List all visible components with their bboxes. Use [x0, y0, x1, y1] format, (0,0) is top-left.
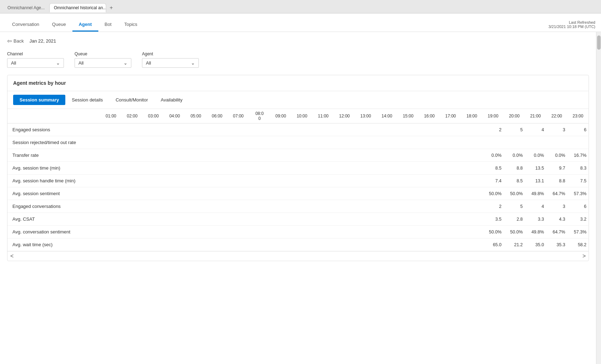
sub-tab-availability[interactable]: Availability — [154, 95, 189, 105]
value-cell-5-14 — [398, 187, 419, 200]
value-cell-7-12 — [355, 213, 376, 226]
value-cell-2-13 — [376, 149, 398, 162]
value-cell-1-5 — [207, 136, 228, 149]
value-cell-0-0 — [100, 123, 122, 136]
value-cell-9-8 — [270, 238, 291, 251]
right-scrollbar[interactable] — [596, 32, 601, 364]
value-cell-9-15 — [419, 238, 440, 251]
tab-active[interactable]: Omnichannel historical an... ✕ — [49, 3, 106, 12]
value-cell-5-21: 64.7% — [546, 187, 567, 200]
value-cell-2-4 — [185, 149, 207, 162]
table-row: Avg. session handle time (min)7.48.513.1… — [7, 175, 589, 187]
metric-name-4: Avg. session handle time (min) — [7, 175, 100, 187]
value-cell-2-17 — [461, 149, 482, 162]
channel-filter: Channel All ⌄ — [7, 51, 64, 68]
value-cell-2-7 — [249, 149, 270, 162]
value-cell-3-22: 8.3 — [567, 162, 589, 175]
table-row: Avg. CSAT3.52.83.34.33.2 — [7, 213, 589, 226]
value-cell-2-3 — [164, 149, 185, 162]
value-cell-7-19: 2.8 — [504, 213, 525, 226]
tab-inactive[interactable]: Omnichannel Age... — [3, 3, 49, 12]
scrollbar-thumb[interactable] — [597, 35, 601, 50]
value-cell-2-1 — [121, 149, 143, 162]
new-tab-button[interactable]: + — [108, 4, 115, 12]
value-cell-4-11 — [334, 175, 355, 187]
value-cell-2-5 — [207, 149, 228, 162]
value-cell-6-7 — [249, 200, 270, 213]
channel-select[interactable]: All ⌄ — [7, 58, 64, 68]
value-cell-3-13 — [376, 162, 398, 175]
value-cell-7-20: 3.3 — [525, 213, 546, 226]
value-cell-7-7 — [249, 213, 270, 226]
agent-select[interactable]: All ⌄ — [142, 58, 199, 68]
value-cell-1-20 — [525, 136, 546, 149]
value-cell-8-9 — [291, 226, 313, 238]
back-button[interactable]: ⇦ Back — [7, 38, 24, 44]
value-cell-1-14 — [398, 136, 419, 149]
value-cell-4-7 — [249, 175, 270, 187]
selected-date: Jan 22, 2021 — [29, 38, 56, 44]
nav-tab-conversation[interactable]: Conversation — [6, 17, 46, 32]
agent-value: All — [146, 60, 151, 66]
value-cell-7-14 — [398, 213, 419, 226]
nav-tab-bot[interactable]: Bot — [98, 17, 118, 32]
scroll-left-button[interactable]: < — [10, 253, 13, 259]
value-cell-1-8 — [270, 136, 291, 149]
value-cell-5-17 — [461, 187, 482, 200]
hour-col-07:00: 07:00 — [228, 109, 249, 123]
value-cell-6-20: 4 — [525, 200, 546, 213]
value-cell-3-15 — [419, 162, 440, 175]
value-cell-8-7 — [249, 226, 270, 238]
metric-name-8: Avg. conversation sentiment — [7, 226, 100, 238]
value-cell-2-2 — [143, 149, 164, 162]
value-cell-0-12 — [355, 123, 376, 136]
agent-dropdown-icon: ⌄ — [191, 60, 195, 66]
value-cell-8-13 — [376, 226, 398, 238]
value-cell-2-11 — [334, 149, 355, 162]
hour-col-03:00: 03:00 — [143, 109, 164, 123]
value-cell-5-9 — [291, 187, 313, 200]
table-row: Engaged sessions25436 — [7, 123, 589, 136]
value-cell-0-18: 2 — [482, 123, 504, 136]
nav-tab-topics[interactable]: Topics — [118, 17, 144, 32]
nav-tab-agent[interactable]: Agent — [72, 17, 98, 32]
value-cell-1-21 — [546, 136, 567, 149]
table-row: Transfer rate0.0%0.0%0.0%0.0%16.7% — [7, 149, 589, 162]
sub-tab-session-details[interactable]: Session details — [65, 95, 109, 105]
value-cell-0-8 — [270, 123, 291, 136]
queue-select[interactable]: All ⌄ — [75, 58, 131, 68]
value-cell-6-3 — [164, 200, 185, 213]
value-cell-9-17 — [461, 238, 482, 251]
metrics-card: Agent metrics by hour Session summary Se… — [7, 75, 589, 261]
value-cell-1-15 — [419, 136, 440, 149]
value-cell-6-4 — [185, 200, 207, 213]
scroll-right-button[interactable]: > — [583, 253, 586, 259]
value-cell-7-1 — [121, 213, 143, 226]
value-cell-4-15 — [419, 175, 440, 187]
sub-tab-consult-monitor[interactable]: Consult/Monitor — [109, 95, 154, 105]
value-cell-8-19: 50.0% — [504, 226, 525, 238]
value-cell-6-15 — [419, 200, 440, 213]
value-cell-2-19: 0.0% — [504, 149, 525, 162]
back-label: Back — [13, 38, 24, 44]
value-cell-0-5 — [207, 123, 228, 136]
value-cell-9-22: 58.2 — [567, 238, 589, 251]
value-cell-0-9 — [291, 123, 313, 136]
value-cell-7-21: 4.3 — [546, 213, 567, 226]
nav-tab-queue[interactable]: Queue — [46, 17, 72, 32]
value-cell-6-17 — [461, 200, 482, 213]
value-cell-8-14 — [398, 226, 419, 238]
value-cell-3-10 — [313, 162, 334, 175]
value-cell-1-13 — [376, 136, 398, 149]
sub-tab-session-summary[interactable]: Session summary — [13, 95, 65, 105]
hour-col-08:00: 08:00 — [249, 109, 270, 123]
value-cell-3-9 — [291, 162, 313, 175]
value-cell-0-7 — [249, 123, 270, 136]
last-refreshed-value: 3/21/2021 10:18 PM (UTC) — [548, 24, 595, 29]
value-cell-7-0 — [100, 213, 122, 226]
table-scroll-wrapper[interactable]: 01:0002:0003:0004:0005:0006:0007:0008:00… — [7, 109, 589, 251]
value-cell-4-6 — [228, 175, 249, 187]
value-cell-8-15 — [419, 226, 440, 238]
back-icon: ⇦ — [7, 38, 12, 44]
value-cell-9-10 — [313, 238, 334, 251]
